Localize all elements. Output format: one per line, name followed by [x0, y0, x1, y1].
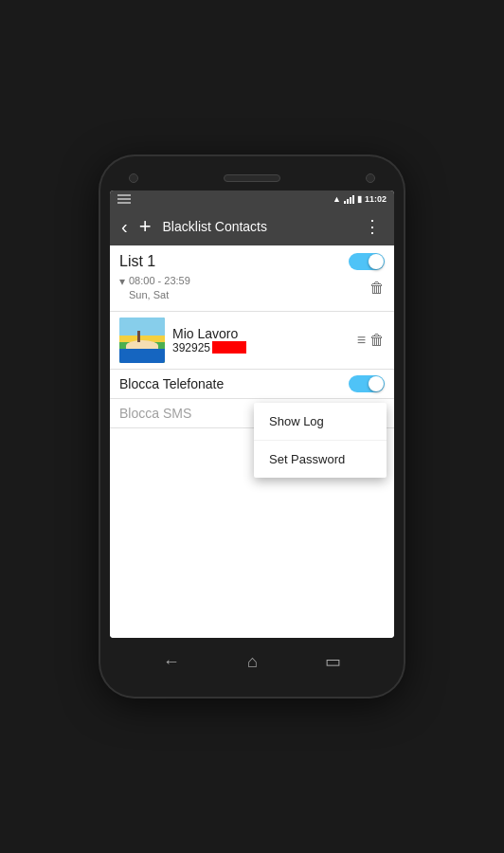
status-left — [117, 194, 131, 204]
add-button[interactable]: + — [135, 212, 155, 241]
speaker — [224, 174, 280, 182]
screen: ▲ ▮ 11:02 ‹ + Blacklist Contacts ⋮ — [110, 191, 394, 638]
content-area: List 1 ON ▾ 08:00 - 23:59 Sun, Sat — [110, 245, 394, 638]
back-button[interactable]: ‹ — [117, 213, 132, 240]
toolbar-title: Blacklist Contacts — [159, 219, 354, 234]
battery-icon: ▮ — [357, 194, 362, 204]
toolbar: ‹ + Blacklist Contacts ⋮ — [110, 208, 394, 245]
more-button[interactable]: ⋮ — [358, 214, 387, 239]
dropdown-overlay[interactable]: Show Log Set Password — [110, 245, 394, 638]
recents-nav-button[interactable]: ▭ — [314, 647, 352, 676]
status-bar: ▲ ▮ 11:02 — [110, 191, 394, 208]
phone-top — [110, 173, 394, 191]
status-right: ▲ ▮ 11:02 — [333, 194, 387, 204]
front-sensor — [366, 173, 375, 183]
phone-shell: ▲ ▮ 11:02 ‹ + Blacklist Contacts ⋮ — [100, 156, 404, 697]
back-nav-button[interactable]: ← — [152, 648, 191, 676]
set-password-item[interactable]: Set Password — [254, 441, 387, 478]
home-nav-button[interactable]: ⌂ — [236, 648, 269, 676]
front-camera — [129, 173, 138, 183]
phone-bottom: ← ⌂ ▭ — [110, 638, 394, 680]
clock: 11:02 — [365, 194, 387, 204]
menu-icon — [117, 194, 131, 204]
show-log-item[interactable]: Show Log — [254, 403, 387, 441]
dropdown-menu: Show Log Set Password — [254, 403, 387, 478]
wifi-icon: ▲ — [333, 194, 341, 204]
signal-icon — [344, 194, 354, 204]
